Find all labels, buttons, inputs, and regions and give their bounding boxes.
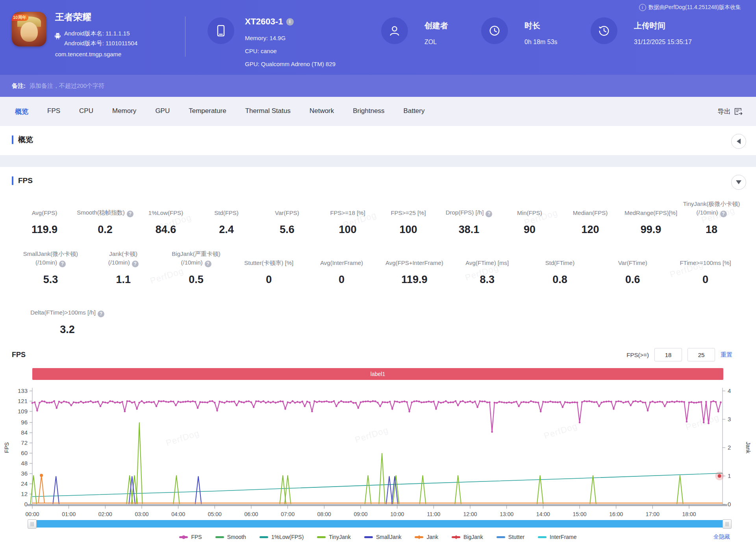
reset-link[interactable]: 重置: [721, 351, 732, 359]
note-bar: 备注: 添加备注，不超过200个字符: [0, 75, 756, 97]
svg-text:36: 36: [21, 470, 28, 477]
legend-marker: [179, 536, 188, 538]
scrollbar-right-handle[interactable]: [723, 519, 732, 529]
overview-collapse-button[interactable]: [731, 134, 746, 149]
label1-band[interactable]: label1: [32, 368, 723, 380]
legend-item-jank[interactable]: Jank: [415, 534, 438, 540]
export-button[interactable]: 导出: [717, 107, 743, 116]
scrollbar-left-handle[interactable]: [28, 519, 37, 529]
legend-item-bigjank[interactable]: BigJank: [452, 534, 483, 540]
section-accent-bar: [12, 135, 13, 144]
legend-marker: [538, 536, 547, 538]
help-icon[interactable]: ?: [485, 211, 492, 217]
svg-text:1: 1: [728, 472, 731, 479]
tab-battery[interactable]: Battery: [404, 107, 425, 116]
fps-metrics-grid: Avg(FPS)119.9Smooth(稳帧指数)?0.21%Low(FPS)8…: [14, 197, 742, 336]
metric-value: 2.4: [196, 224, 257, 236]
legend-item-1-low-fps-[interactable]: 1%Low(FPS): [259, 534, 304, 540]
tab-thermal-status[interactable]: Thermal Status: [245, 107, 291, 116]
svg-text:3: 3: [728, 416, 731, 422]
tab-概览[interactable]: 概览: [15, 107, 28, 116]
android-version-code: Android版本号: 1101011504: [64, 38, 137, 48]
help-icon[interactable]: ?: [127, 211, 133, 217]
legend-item-smalljank[interactable]: SmallJank: [364, 534, 402, 540]
tab-fps[interactable]: FPS: [47, 107, 60, 116]
svg-text:FPS: FPS: [4, 442, 10, 453]
svg-text:12: 12: [21, 491, 28, 497]
legend-item-stutter[interactable]: Stutter: [497, 534, 524, 540]
tab-gpu[interactable]: GPU: [155, 107, 170, 116]
phone-icon: [214, 24, 228, 37]
overview-section-title: 概览: [18, 135, 33, 145]
help-icon[interactable]: ?: [98, 311, 104, 317]
metric-cell: Avg(FTime) [ms]8.3: [451, 247, 524, 286]
metric-cell: Median(FPS)120: [560, 197, 621, 236]
game-title: 王者荣耀: [55, 11, 91, 23]
fps-threshold-input-high[interactable]: [687, 348, 715, 361]
svg-text:109: 109: [18, 408, 28, 415]
tab-network[interactable]: Network: [309, 107, 334, 116]
legend-item-tinyjank[interactable]: TinyJank: [317, 534, 351, 540]
fps-collapse-button[interactable]: [731, 175, 746, 190]
metric-cell: Delta(FTime)>100ms [/h]?3.2: [14, 297, 120, 336]
upload-time-label: 上传时间: [634, 20, 665, 31]
chart-scrollbar: [28, 519, 732, 529]
svg-text:06:00: 06:00: [244, 511, 258, 517]
legend-marker: [364, 536, 373, 538]
section-nav: 概览FPSCPUMemoryGPUTemperatureThermal Stat…: [0, 97, 756, 126]
metric-value: 100: [378, 224, 439, 236]
metric-value: 5.3: [14, 274, 87, 286]
help-icon[interactable]: ?: [205, 261, 211, 267]
svg-text:00:00: 00:00: [25, 511, 39, 517]
legend-item-smooth[interactable]: Smooth: [215, 534, 246, 540]
scrollbar-track[interactable]: [32, 520, 727, 528]
tab-brightness[interactable]: Brightness: [353, 107, 384, 116]
metric-value: 18: [681, 224, 742, 236]
overview-section: 概览: [0, 135, 756, 167]
section-gap: [0, 155, 756, 167]
svg-text:09:00: 09:00: [354, 511, 368, 517]
android-version-name: Android版本名: 11.1.1.15: [64, 28, 137, 38]
tab-memory[interactable]: Memory: [112, 107, 136, 116]
export-icon: [734, 107, 743, 115]
legend-marker: [497, 536, 505, 538]
metric-cell: Var(FTime)0.6: [596, 247, 669, 286]
svg-text:01:00: 01:00: [62, 511, 76, 517]
tab-cpu[interactable]: CPU: [79, 107, 93, 116]
metric-cell: FPS>=25 [%]100: [378, 197, 439, 236]
history-clock-icon: [597, 24, 611, 37]
metric-cell: TinyJank(极微小卡顿)(/10min)?18: [681, 197, 742, 236]
note-label: 备注:: [12, 82, 26, 90]
svg-text:13:00: 13:00: [500, 511, 513, 517]
fps-section-title: FPS: [18, 176, 33, 185]
help-icon[interactable]: ?: [132, 261, 139, 267]
fps-chart-plot[interactable]: 133121109968472604836241204321000:0001:0…: [0, 380, 756, 518]
note-placeholder[interactable]: 添加备注，不超过200个字符: [30, 82, 104, 90]
svg-text:14:00: 14:00: [536, 511, 550, 517]
svg-text:60: 60: [21, 450, 28, 456]
metric-value: 90: [499, 224, 560, 236]
tab-temperature[interactable]: Temperature: [189, 107, 226, 116]
metric-cell: Std(FTime)0.8: [524, 247, 597, 286]
help-icon[interactable]: ?: [720, 211, 727, 217]
metric-value: 0.8: [524, 274, 597, 286]
collect-note: i 数据由PerfDog(11.4.251248)版本收集: [639, 4, 741, 11]
legend-items: FPSSmooth1%Low(FPS)TinyJankSmallJankJank…: [179, 534, 576, 540]
device-info-icon[interactable]: i: [286, 18, 294, 26]
section-accent-bar: [12, 176, 13, 185]
metric-value: 119.9: [14, 224, 75, 236]
help-icon[interactable]: ?: [59, 261, 66, 267]
creator-value: ZOL: [424, 39, 437, 46]
metric-value: 0.5: [160, 274, 233, 286]
legend-item-fps[interactable]: FPS: [179, 534, 202, 540]
svg-text:17:00: 17:00: [646, 511, 660, 517]
svg-text:0: 0: [728, 501, 731, 507]
metric-cell: Drop(FPS) [/h]?38.1: [439, 197, 499, 236]
fps-chart-title: FPS: [12, 351, 26, 359]
metric-cell: MedRange(FPS)[%]99.9: [621, 197, 681, 236]
svg-text:02:00: 02:00: [98, 511, 112, 517]
hide-all-link[interactable]: 全隐藏: [713, 533, 730, 541]
legend-item-interframe[interactable]: InterFrame: [538, 534, 576, 540]
fps-threshold-input-low[interactable]: [654, 348, 682, 361]
collect-note-text: 数据由PerfDog(11.4.251248)版本收集: [649, 4, 741, 11]
